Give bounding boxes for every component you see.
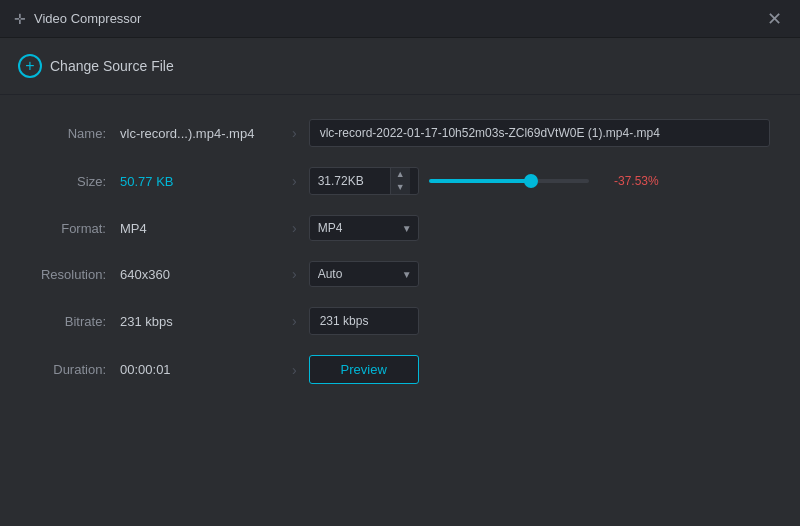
resolution-select-wrap: Auto 1080p 720p 480p 360p ▼ <box>309 261 419 287</box>
size-increment-button[interactable]: ▲ <box>391 168 410 181</box>
size-spinner-buttons: ▲ ▼ <box>390 168 410 194</box>
resolution-source-value: 640x360 <box>120 267 280 282</box>
name-row: Name: vlc-record...).mp4-.mp4 › vlc-reco… <box>30 119 770 147</box>
size-row: Size: 50.77 KB › ▲ ▼ -37.53% <box>30 167 770 195</box>
change-source-button[interactable]: + Change Source File <box>16 50 176 82</box>
size-label: Size: <box>30 174 120 189</box>
format-select-wrap: MP4 AVI MKV MOV WMV ▼ <box>309 215 419 241</box>
arrow-icon-resolution: › <box>292 266 297 282</box>
size-slider-area: -37.53% <box>429 174 770 188</box>
format-output-area: MP4 AVI MKV MOV WMV ▼ <box>309 215 770 241</box>
name-label: Name: <box>30 126 120 141</box>
duration-source-value: 00:00:01 <box>120 362 280 377</box>
content-area: Name: vlc-record...).mp4-.mp4 › vlc-reco… <box>0 95 800 428</box>
name-output-area: vlc-record-2022-01-17-10h52m03s-ZCl69dVt… <box>309 119 770 147</box>
preview-button[interactable]: Preview <box>309 355 419 384</box>
format-row: Format: MP4 › MP4 AVI MKV MOV WMV ▼ <box>30 215 770 241</box>
arrow-icon-size: › <box>292 173 297 189</box>
arrow-icon-duration: › <box>292 362 297 378</box>
duration-row: Duration: 00:00:01 › Preview <box>30 355 770 384</box>
size-source-value: 50.77 KB <box>120 174 280 189</box>
size-spinner: ▲ ▼ <box>309 167 419 195</box>
bitrate-row: Bitrate: 231 kbps › <box>30 307 770 335</box>
bitrate-source-value: 231 kbps <box>120 314 280 329</box>
name-output-value: vlc-record-2022-01-17-10h52m03s-ZCl69dVt… <box>309 119 770 147</box>
resolution-row: Resolution: 640x360 › Auto 1080p 720p 48… <box>30 261 770 287</box>
resolution-label: Resolution: <box>30 267 120 282</box>
size-decrement-button[interactable]: ▼ <box>391 181 410 194</box>
close-button[interactable]: ✕ <box>763 8 786 30</box>
size-slider[interactable] <box>429 179 589 183</box>
size-input[interactable] <box>310 169 390 193</box>
format-label: Format: <box>30 221 120 236</box>
format-source-value: MP4 <box>120 221 280 236</box>
size-output-area: ▲ ▼ -37.53% <box>309 167 770 195</box>
move-icon: ✛ <box>14 11 26 27</box>
resolution-output-area: Auto 1080p 720p 480p 360p ▼ <box>309 261 770 287</box>
arrow-icon-bitrate: › <box>292 313 297 329</box>
name-source-value: vlc-record...).mp4-.mp4 <box>120 126 280 141</box>
resolution-select[interactable]: Auto 1080p 720p 480p 360p <box>309 261 419 287</box>
change-source-label: Change Source File <box>50 58 174 74</box>
bitrate-output-area <box>309 307 770 335</box>
app-title: Video Compressor <box>34 11 141 26</box>
title-bar: ✛ Video Compressor ✕ <box>0 0 800 38</box>
duration-label: Duration: <box>30 362 120 377</box>
add-icon: + <box>18 54 42 78</box>
toolbar: + Change Source File <box>0 38 800 95</box>
duration-output-area: Preview <box>309 355 770 384</box>
bitrate-label: Bitrate: <box>30 314 120 329</box>
bitrate-input[interactable] <box>309 307 419 335</box>
format-select[interactable]: MP4 AVI MKV MOV WMV <box>309 215 419 241</box>
size-percent: -37.53% <box>599 174 659 188</box>
arrow-icon-format: › <box>292 220 297 236</box>
arrow-icon-name: › <box>292 125 297 141</box>
